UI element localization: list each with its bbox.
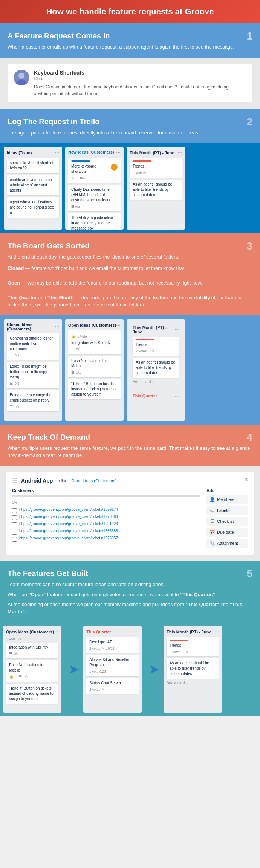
email-content: Keyboard Shortcuts Chris Does Groove imp… (34, 70, 246, 97)
card-meta: 2 vote 0/19 (133, 171, 179, 175)
trello-card: As an agent I should be able to filter t… (130, 180, 182, 200)
this-month-sublist: This Month (PT) - June ··· Trends 2 vote… (130, 322, 182, 387)
checklist-checkbox[interactable] (12, 508, 17, 513)
trello-card: Push Notifications for Mobile 👍 1 ☰ 0/1 (6, 660, 58, 682)
list-menu-dots-2[interactable]: ··· (116, 150, 121, 156)
checklist-link[interactable]: https://groove.groovehq.com/groove_clien… (19, 522, 118, 526)
trello-card: Push Notifications for Mobile ☰ 0/1 (68, 356, 121, 378)
checklist-link[interactable]: https://groove.groovehq.com/groove_clien… (19, 529, 118, 533)
trello-card: Developer API 2 votes ✎ 1 0/13 (86, 637, 139, 653)
email-body: Does Groove implement the same keyboard … (34, 84, 246, 97)
add-card-link-3[interactable]: Add a card... (167, 681, 219, 685)
section-2-description: The agent puts a feature request directl… (8, 129, 252, 137)
list-menu-dots[interactable]: ··· (214, 629, 219, 635)
due-date-action[interactable]: 📅 Due date (206, 528, 248, 537)
list-menu-dots[interactable]: ··· (54, 629, 58, 635)
card-detail-title: Android App (21, 478, 53, 484)
trello-list-open: Open Ideas (Customers) ··· 👍 1 Vote Inte… (65, 319, 124, 421)
this-quarter-header: This Quarter ··· (133, 393, 179, 399)
trello-this-month-title-3: This Month (PT) - June ··· (167, 629, 219, 635)
labels-icon: 🏷 (210, 508, 215, 513)
trello-open-title-3: Open Ideas (Customers) ··· (6, 629, 58, 635)
trello-card: "Take it" Button on tickets instead of c… (6, 684, 58, 704)
list-menu-dots[interactable]: ··· (55, 324, 59, 330)
trello-list-new-ideas: New Ideas (Customers) ··· More keyboard … (65, 147, 124, 230)
trello-card: Affiliate Kit and Reseller Program 1 vot… (86, 655, 139, 676)
email-from: Chris (34, 76, 246, 81)
trello-board-2-inner: Closed Ideas (Customers) ··· Controlling… (0, 315, 260, 425)
trello-list-this-month-sorted: This Month (PT) - June ··· Trends 2 vote… (127, 319, 185, 421)
closed-label: Closed (8, 265, 24, 271)
list-menu-dots[interactable]: ··· (174, 327, 179, 333)
this-quarter-label: This Quarter (86, 630, 111, 634)
checklist-checkbox[interactable] (12, 530, 17, 535)
trello-list-ideas-team: Ideas (Team) ··· specific keyboard short… (4, 147, 62, 230)
trello-card: Status Chat Server 2 votes ✎ (86, 678, 139, 694)
trello-list-closed-title: Closed Ideas (Customers) ··· (7, 322, 59, 331)
due-date-label: Due date (217, 530, 234, 535)
checklist-action-label: Checklist (217, 519, 234, 524)
checklist-action[interactable]: ☰ Checklist (206, 517, 248, 526)
card-close-button[interactable]: ✕ (244, 476, 249, 483)
card-detail-header: ☰ Android App in list Open Ideas (Custom… (12, 477, 248, 484)
card-meta: ☰ 0/1 (10, 353, 56, 358)
trello-card: Clarify Dashboard time (HH:MM, but a lot… (68, 185, 121, 212)
add-card-link[interactable]: Add a card... (133, 380, 179, 384)
avatar (14, 70, 29, 85)
checklist-checkbox[interactable] (12, 522, 17, 527)
arrow-2: ➤ (145, 626, 164, 713)
card-detail-area: ☰ Android App in list Open Ideas (Custom… (0, 466, 260, 561)
section-4-heading: Keep Track Of Demand (8, 433, 252, 442)
quarter-label: This Quarter (8, 295, 37, 300)
card-avatar (111, 164, 118, 171)
card-list-name: Open Ideas (Customers) (71, 478, 116, 483)
section-3-details: Closed — feature won't get built and we … (8, 265, 252, 309)
checklist-icon: ☰ (210, 519, 215, 524)
card-meta: 2 votes 0/19 (170, 650, 216, 655)
svg-point-1 (18, 73, 24, 79)
section-5-line3: At the beginning of each month we plan o… (8, 601, 252, 615)
hero-title: How we handle feature requests at Groove (8, 7, 252, 17)
section-3: 3 The Board Gets Sorted At the end of ea… (0, 233, 260, 315)
trello-list-this-month-1: This Month (PT) - June ··· Trends 2 vote… (127, 147, 185, 230)
section-number-4: 4 (246, 431, 252, 443)
trello-card: Trends 2 vote 0/19 (130, 158, 182, 178)
members-icon: 👤 (210, 497, 215, 502)
section-number-1: 1 (246, 30, 252, 42)
trello-card: Being able to change the email subject o… (7, 390, 59, 412)
section-number-3: 3 (246, 240, 252, 252)
card-main: Customers 0% https://groove.groovehq.com… (12, 488, 200, 550)
email-name: Keyboard Shortcuts (34, 70, 246, 76)
checklist-checkbox[interactable] (12, 537, 17, 542)
trello-board-3: Open Ideas (Customers) ··· 1 Vote 0/1 In… (0, 622, 260, 716)
attachment-icon: 📎 (210, 541, 215, 546)
this-quarter-sublist: This Quarter ··· (130, 390, 182, 402)
list-menu-dots[interactable]: ··· (116, 322, 121, 328)
trello-board-2: Closed Ideas (Customers) ··· Controlling… (0, 315, 260, 425)
list-menu-dots[interactable]: ··· (174, 393, 179, 399)
checklist-link[interactable]: https://groove.groovehq.com/groove_clien… (19, 536, 118, 540)
arrow-icon-1: ➤ (68, 662, 80, 676)
card-meta: ☰ 0/1 (9, 652, 55, 656)
card-in-list: in list (57, 478, 66, 483)
members-action[interactable]: 👤 Members (206, 495, 248, 504)
due-date-icon: 📅 (210, 530, 215, 535)
checklist-link[interactable]: https://groove.groovehq.com/groove_clien… (19, 515, 118, 519)
section-4: 4 Keep Track Of Demand When multiple use… (0, 425, 260, 466)
list-menu-dots[interactable]: ··· (134, 629, 139, 635)
this-quarter-title: This Quarter (133, 394, 157, 398)
progress-percent: 0% (12, 500, 200, 504)
section-number-5: 5 (246, 568, 252, 580)
email-card: Keyboard Shortcuts Chris Does Groove imp… (8, 64, 252, 102)
checklist-checkbox[interactable] (12, 515, 17, 520)
email-area: Keyboard Shortcuts Chris Does Groove imp… (0, 58, 260, 109)
list-menu-dots[interactable]: ··· (55, 150, 59, 156)
section-number-2: 2 (246, 116, 252, 128)
checklist-link[interactable]: https://groove.groovehq.com/groove_clien… (19, 507, 118, 512)
trello-list-title-1: Ideas (Team) ··· (7, 150, 59, 156)
checklist-item: https://groove.groovehq.com/groove_clien… (12, 536, 200, 542)
trello-board-1-inner: Ideas (Team) ··· specific keyboard short… (0, 143, 260, 233)
labels-action[interactable]: 🏷 Labels (206, 506, 248, 515)
list-menu-dots-3[interactable]: ··· (177, 150, 182, 156)
attachment-action[interactable]: 📎 Attachment (206, 539, 248, 548)
